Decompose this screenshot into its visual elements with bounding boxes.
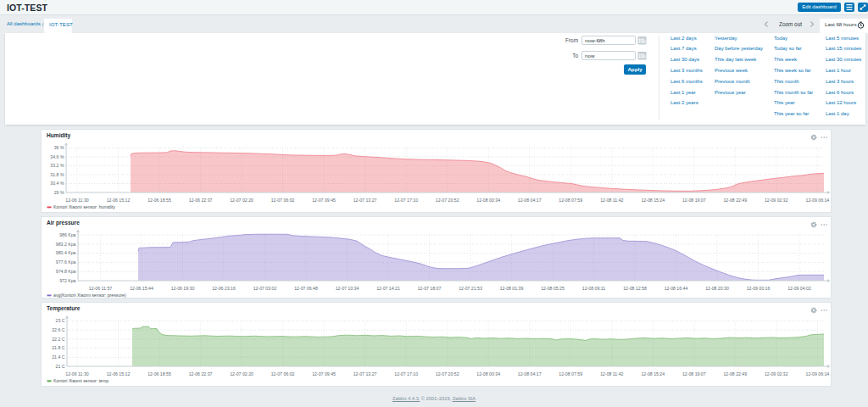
svg-text:12-09 06:14: 12-09 06:14 — [806, 198, 830, 203]
svg-text:986 Kpa: 986 Kpa — [59, 232, 75, 237]
svg-text:34.6 %: 34.6 % — [50, 154, 64, 159]
svg-text:21.4 C: 21.4 C — [52, 354, 65, 360]
svg-text:12-06 22:37: 12-06 22:37 — [189, 198, 213, 203]
svg-text:12-09 06:14: 12-09 06:14 — [806, 371, 830, 376]
svg-text:21 C: 21 C — [56, 364, 65, 369]
svg-text:12-07 02:20: 12-07 02:20 — [230, 198, 253, 203]
svg-text:23 C: 23 C — [56, 318, 65, 323]
svg-text:12-07 06:48: 12-07 06:48 — [294, 286, 318, 291]
svg-text:Kontori Xiaomi sensor: temp: Kontori Xiaomi sensor: temp — [53, 378, 108, 383]
svg-text:12-07 09:45: 12-07 09:45 — [312, 371, 336, 376]
svg-text:avg(Kontori Xiaomi sensor: pre: avg(Kontori Xiaomi sensor: pressure) — [53, 293, 126, 298]
svg-text:12-08 04:17: 12-08 04:17 — [518, 371, 542, 376]
svg-text:12-07 06:02: 12-07 06:02 — [271, 198, 295, 203]
svg-text:12-07 20:52: 12-07 20:52 — [436, 371, 459, 376]
svg-text:12-07 09:45: 12-07 09:45 — [312, 198, 336, 203]
svg-text:12-06 22:37: 12-06 22:37 — [189, 371, 213, 376]
svg-text:12-06 11:30: 12-06 11:30 — [65, 198, 88, 203]
svg-text:12-06 15:44: 12-06 15:44 — [130, 286, 153, 291]
svg-text:12-08 01:39: 12-08 01:39 — [500, 286, 524, 291]
svg-text:29 %: 29 % — [54, 190, 64, 195]
svg-text:22.2 C: 22.2 C — [52, 337, 65, 342]
svg-text:12-09 02:32: 12-09 02:32 — [765, 198, 788, 203]
svg-text:12-08 20:30: 12-08 20:30 — [705, 286, 729, 291]
svg-text:30.4 %: 30.4 % — [50, 181, 64, 186]
svg-text:12-07 10:34: 12-07 10:34 — [336, 286, 359, 291]
svg-text:983.2 Kpa: 983.2 Kpa — [56, 242, 76, 247]
svg-text:977.6 Kpa: 977.6 Kpa — [56, 259, 76, 265]
svg-text:Kontori Xiaomi sensor: humidit: Kontori Xiaomi sensor: humidity — [53, 204, 115, 209]
svg-text:21.8 C: 21.8 C — [52, 345, 65, 350]
svg-text:12-06 19:30: 12-06 19:30 — [171, 286, 195, 291]
svg-text:12-08 05:25: 12-08 05:25 — [541, 286, 565, 291]
svg-text:12-08 00:34: 12-08 00:34 — [476, 198, 500, 203]
svg-text:12-06 18:55: 12-06 18:55 — [147, 371, 171, 376]
svg-text:12-08 12:58: 12-08 12:58 — [623, 286, 647, 291]
svg-text:974.8 Kpa: 974.8 Kpa — [56, 269, 76, 274]
svg-text:12-09 00:16: 12-09 00:16 — [747, 286, 771, 291]
svg-text:12-08 07:59: 12-08 07:59 — [559, 371, 582, 376]
svg-text:31.8 %: 31.8 % — [50, 172, 64, 177]
svg-text:12-08 11:42: 12-08 11:42 — [600, 198, 623, 203]
svg-text:12-07 03:02: 12-07 03:02 — [253, 286, 277, 291]
svg-text:12-07 20:52: 12-07 20:52 — [436, 198, 459, 203]
svg-text:12-06 15:12: 12-06 15:12 — [107, 371, 131, 376]
svg-text:12-06 18:55: 12-06 18:55 — [147, 198, 171, 203]
svg-text:12-07 17:10: 12-07 17:10 — [394, 371, 418, 376]
svg-text:12-06 11:57: 12-06 11:57 — [89, 286, 112, 291]
svg-text:12-08 04:17: 12-08 04:17 — [518, 198, 542, 203]
svg-text:12-08 22:49: 12-08 22:49 — [723, 371, 747, 376]
svg-text:12-08 16:44: 12-08 16:44 — [665, 286, 688, 291]
svg-text:22.6 C: 22.6 C — [52, 327, 65, 332]
svg-text:12-08 15:24: 12-08 15:24 — [641, 198, 665, 203]
svg-text:12-06 11:30: 12-06 11:30 — [65, 371, 88, 376]
svg-text:33.2 %: 33.2 % — [50, 163, 64, 168]
svg-text:12-08 00:34: 12-08 00:34 — [476, 371, 500, 376]
svg-text:36 %: 36 % — [54, 145, 64, 150]
svg-text:12-07 18:07: 12-07 18:07 — [418, 286, 442, 291]
svg-text:12-08 19:07: 12-08 19:07 — [682, 371, 706, 376]
svg-text:12-07 21:53: 12-07 21:53 — [459, 286, 482, 291]
svg-text:12-08 22:49: 12-08 22:49 — [723, 198, 747, 203]
svg-text:12-06 23:16: 12-06 23:16 — [212, 286, 236, 291]
svg-text:12-06 15:12: 12-06 15:12 — [107, 198, 131, 203]
svg-text:12-07 13:27: 12-07 13:27 — [353, 198, 377, 203]
svg-text:12-08 07:59: 12-08 07:59 — [559, 198, 582, 203]
svg-text:980.4 Kpa: 980.4 Kpa — [56, 250, 76, 255]
svg-text:12-08 15:24: 12-08 15:24 — [641, 371, 665, 376]
svg-text:12-09 02:32: 12-09 02:32 — [765, 371, 788, 376]
svg-text:12-07 06:02: 12-07 06:02 — [271, 371, 295, 376]
svg-text:12-09 04:02: 12-09 04:02 — [787, 286, 811, 291]
svg-text:12-07 13:27: 12-07 13:27 — [353, 371, 377, 376]
svg-text:12-08 19:07: 12-08 19:07 — [682, 198, 706, 203]
svg-text:12-08 09:11: 12-08 09:11 — [582, 286, 605, 291]
svg-text:12-07 02:20: 12-07 02:20 — [230, 371, 253, 376]
svg-text:12-07 14:21: 12-07 14:21 — [376, 286, 400, 291]
svg-text:12-07 17:10: 12-07 17:10 — [394, 198, 418, 203]
svg-text:12-08 11:42: 12-08 11:42 — [600, 371, 623, 376]
svg-text:972 Kpa: 972 Kpa — [59, 278, 75, 283]
